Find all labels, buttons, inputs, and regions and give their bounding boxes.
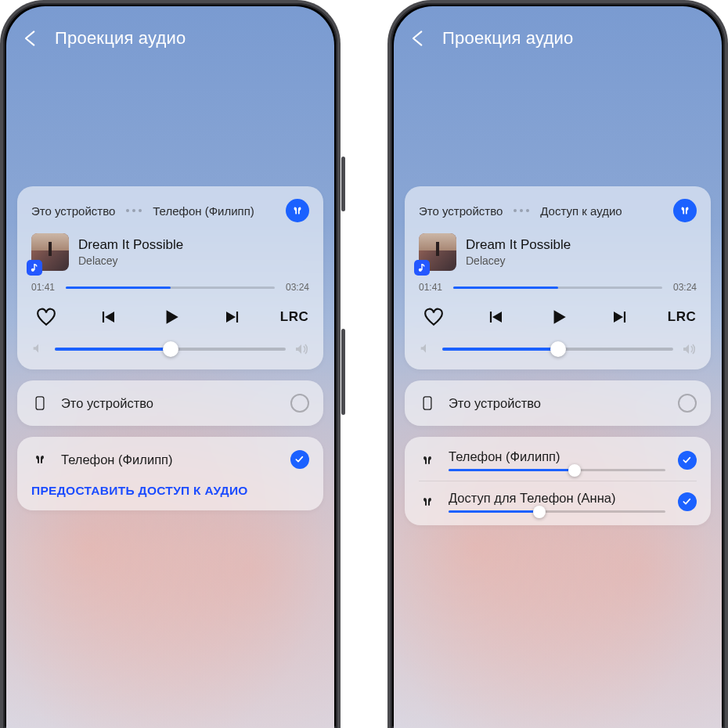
volume-low-icon — [31, 341, 47, 357]
device-volume-slider[interactable] — [449, 469, 665, 471]
earbuds-icon — [419, 450, 436, 470]
play-button[interactable] — [545, 304, 571, 330]
time-total: 03:24 — [670, 282, 697, 293]
play-button[interactable] — [157, 304, 184, 330]
page-title: Проекция аудио — [55, 28, 186, 49]
track-artist: Delacey — [78, 254, 183, 267]
track-title: Dream It Possible — [466, 237, 571, 253]
earbuds-icon[interactable] — [286, 199, 309, 222]
radio-selected[interactable] — [678, 492, 697, 511]
radio-unselected[interactable] — [678, 394, 697, 413]
music-app-icon — [27, 260, 42, 276]
tab-this-device[interactable]: Это устройство — [31, 204, 115, 218]
page-title: Проекция аудио — [442, 28, 573, 49]
earbuds-icon[interactable] — [673, 199, 697, 222]
lyrics-button[interactable]: LRC — [669, 304, 695, 330]
device-label: Телефон (Филипп) — [449, 449, 665, 464]
device-label: Доступ для Телефон (Анна) — [449, 491, 665, 506]
device-this-card[interactable]: Это устройство — [405, 380, 711, 426]
tab-audio-access[interactable]: Доступ к аудио — [540, 204, 622, 218]
phone-icon — [31, 393, 49, 413]
album-art[interactable] — [419, 233, 456, 271]
earbuds-icon — [31, 449, 49, 470]
volume-high-icon — [681, 341, 697, 357]
page-header: Проекция аудио — [394, 6, 722, 61]
radio-selected[interactable] — [678, 451, 697, 470]
volume-low-icon — [419, 341, 434, 357]
device-volume-slider[interactable] — [449, 510, 665, 513]
earbuds-icon — [419, 492, 436, 512]
time-elapsed: 01:41 — [419, 282, 445, 293]
previous-button[interactable] — [95, 304, 121, 330]
tab-phone[interactable]: Телефон (Филипп) — [153, 204, 254, 218]
phone-left: Проекция аудио Это устройство Телефон (Ф… — [0, 0, 341, 728]
album-art[interactable] — [31, 233, 69, 271]
player-card: Это устройство Телефон (Филипп) — [17, 186, 323, 369]
like-button[interactable] — [33, 304, 59, 330]
player-card: Это устройство Доступ к аудио — [405, 186, 711, 369]
time-elapsed: 01:41 — [31, 282, 58, 293]
progress-slider[interactable] — [453, 287, 662, 289]
next-button[interactable] — [219, 304, 246, 330]
device-label: Это устройство — [61, 396, 278, 411]
page-header: Проекция аудио — [6, 6, 334, 61]
progress-fill — [66, 287, 171, 289]
tab-this-device[interactable]: Это устройство — [419, 204, 503, 218]
volume-high-icon — [294, 341, 309, 357]
back-icon[interactable] — [20, 28, 41, 49]
share-audio-button[interactable]: ПРЕДОСТАВИТЬ ДОСТУП К АУДИО — [31, 484, 309, 498]
like-button[interactable] — [420, 304, 447, 330]
device-this-card[interactable]: Это устройство — [17, 380, 323, 426]
progress-slider[interactable] — [66, 287, 275, 289]
tab-dots-icon — [514, 209, 529, 212]
volume-slider[interactable] — [55, 348, 286, 351]
lyrics-button[interactable]: LRC — [281, 304, 308, 330]
track-artist: Delacey — [466, 254, 571, 267]
previous-button[interactable] — [482, 304, 509, 330]
device-label: Это устройство — [449, 396, 665, 411]
radio-selected[interactable] — [290, 450, 309, 469]
shared-devices-card: Телефон (Филипп) — [405, 437, 711, 525]
back-icon[interactable] — [408, 28, 428, 49]
next-button[interactable] — [607, 304, 633, 330]
track-title: Dream It Possible — [78, 237, 183, 253]
tab-dots-icon — [126, 209, 142, 212]
radio-unselected[interactable] — [290, 394, 309, 413]
volume-slider[interactable] — [442, 348, 673, 351]
phone-right: Проекция аудио Это устройство Доступ к а… — [387, 0, 728, 728]
device-philipp-card: Телефон (Филипп) ПРЕДОСТАВИТЬ ДОСТУП К А… — [17, 437, 323, 510]
device-label: Телефон (Филипп) — [61, 452, 278, 467]
time-total: 03:24 — [283, 282, 309, 293]
music-app-icon — [414, 260, 430, 276]
phone-icon — [419, 393, 436, 413]
